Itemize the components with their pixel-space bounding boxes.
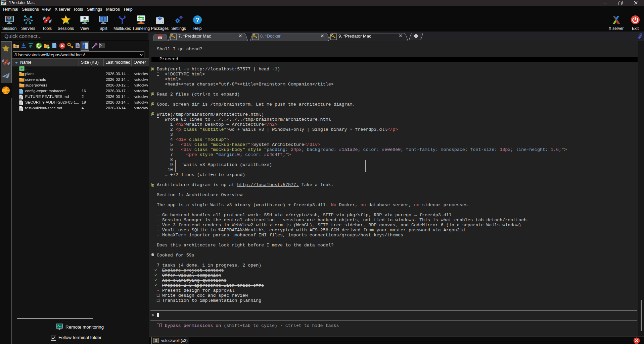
svg-text:?: ?: [195, 16, 199, 23]
svg-text:A: A: [76, 44, 79, 48]
